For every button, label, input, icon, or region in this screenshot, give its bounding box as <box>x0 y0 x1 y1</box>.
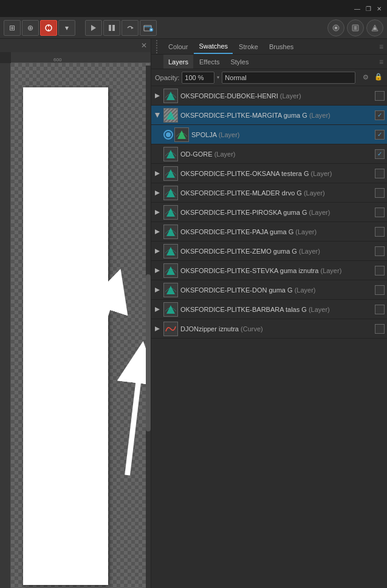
layers-settings-button[interactable]: ⚙ <box>360 72 371 83</box>
layer-visibility-layer3[interactable]: ✓ <box>375 130 385 140</box>
layer-thumbnail-layer5 <box>163 166 178 181</box>
layer-name-layer6: OKSFORDICE-PLITKE-MLADER drvo G (Layer) <box>178 189 375 197</box>
ruler-left <box>0 63 11 588</box>
layer-expand-layer4[interactable] <box>151 144 163 164</box>
layer-expand-layer11[interactable] <box>151 280 163 300</box>
toolbar-circle-btn-3[interactable] <box>366 19 383 36</box>
tabs-row1: Colour Swatches Stroke Brushes ≡ <box>151 39 387 55</box>
layer-expand-layer1[interactable] <box>151 86 163 106</box>
toolbar-action-1[interactable] <box>85 20 102 36</box>
layer-name-layer5: OKSFORDICE-PLITKE-OKSANA testera G (Laye… <box>178 170 375 177</box>
layer-expand-layer10[interactable] <box>151 261 163 280</box>
layer-row[interactable]: OD-GORE (Layer)✓ <box>151 144 387 164</box>
layer-thumbnail-layer8 <box>163 225 178 239</box>
layer-thumbnail-layer1 <box>163 89 178 103</box>
canvas-area[interactable]: 600 <box>0 52 151 588</box>
toolbar-action-2[interactable] <box>103 20 120 36</box>
layer-expand-layer12[interactable] <box>151 300 163 319</box>
layer-name-layer3: SPOLJA (Layer) <box>189 131 375 138</box>
tabs-row1-menu[interactable]: ≡ <box>375 42 387 51</box>
minimize-button[interactable]: — <box>352 3 363 14</box>
layer-thumbnail-layer7 <box>163 205 178 220</box>
layer-thumbnail-layer2 <box>163 108 178 123</box>
opacity-input[interactable] <box>182 72 214 84</box>
layer-row[interactable]: OKSFORDICE-PLITKE-OKSANA testera G (Laye… <box>151 164 387 183</box>
layers-list[interactable]: OKSFORDICE-DUBOKE-HENRI (Layer) OKSFORDI… <box>151 86 387 588</box>
layer-row[interactable]: OKSFORDICE-DUBOKE-HENRI (Layer) <box>151 86 387 106</box>
layer-row[interactable]: DJONzipper iznutra (Curve) <box>151 319 387 339</box>
canvas-content[interactable] <box>11 63 151 588</box>
layer-row[interactable]: SPOLJA (Layer)✓ <box>151 125 387 144</box>
toolbar-circle-btn-1[interactable] <box>327 19 344 36</box>
layer-visibility-layer10[interactable] <box>375 266 385 275</box>
layer-row[interactable]: OKSFORDICE-PLITKE-MLADER drvo G (Layer) <box>151 183 387 203</box>
layer-visibility-layer7[interactable] <box>375 208 385 217</box>
layer-visibility-layer11[interactable] <box>375 285 385 295</box>
layer-expand-layer3[interactable] <box>151 125 163 144</box>
layer-visibility-layer6[interactable] <box>375 188 385 198</box>
layers-lock-icon[interactable]: 🔒 <box>374 72 383 82</box>
toolbar-action-3[interactable] <box>122 20 139 36</box>
layer-expand-layer9[interactable] <box>151 242 163 261</box>
toolbar-tool-1[interactable]: ⊞ <box>4 20 21 36</box>
panel-gripper[interactable] <box>156 40 160 53</box>
layer-thumbnail-layer11 <box>163 283 178 297</box>
svg-marker-20 <box>155 210 160 215</box>
layer-row[interactable]: OKSFORDICE-PLITKE-BARBARA talas G (Layer… <box>151 300 387 319</box>
layer-row[interactable]: OKSFORDICE-PLITKE-MARGITA guma G (Layer)… <box>151 106 387 125</box>
svg-marker-18 <box>155 171 160 176</box>
svg-marker-17 <box>155 113 160 118</box>
tab-stroke[interactable]: Stroke <box>234 39 263 54</box>
layer-expand-layer2[interactable] <box>151 106 163 125</box>
canvas-panel-close[interactable]: ✕ <box>141 41 147 50</box>
layer-expand-layer13[interactable] <box>151 319 163 339</box>
layer-row[interactable]: OKSFORDICE-PLITKE-DON guma G (Layer) <box>151 280 387 300</box>
layer-expand-layer5[interactable] <box>151 164 163 183</box>
blend-mode-select[interactable]: Normal Multiply Screen Overlay <box>222 72 355 84</box>
svg-marker-6 <box>131 27 134 29</box>
layer-name-layer13: DJONzipper iznutra (Curve) <box>178 325 375 333</box>
layer-expand-layer6[interactable] <box>151 183 163 203</box>
svg-marker-21 <box>155 229 160 234</box>
canvas-scrollbar-thumb[interactable] <box>146 274 151 431</box>
layer-visibility-layer5[interactable] <box>375 169 385 178</box>
toolbar-action-4[interactable] <box>140 20 157 36</box>
tab-colour[interactable]: Colour <box>163 39 193 54</box>
toolbar-dropdown[interactable]: ▾ <box>58 20 75 36</box>
layer-play-indicator[interactable] <box>163 130 173 140</box>
layer-row[interactable]: OKSFORDICE-PLITKE-PIROSKA guma G (Layer) <box>151 203 387 222</box>
tab-swatches[interactable]: Swatches <box>194 39 233 54</box>
svg-line-15 <box>128 362 141 475</box>
close-button[interactable]: ✕ <box>374 3 385 14</box>
layer-visibility-layer4[interactable]: ✓ <box>375 149 385 159</box>
toolbar-circle-icon-3 <box>371 24 379 32</box>
toolbar-circle-icon-2 <box>351 24 360 32</box>
tab-layers[interactable]: Layers <box>163 55 193 69</box>
tab-effects[interactable]: Effects <box>194 55 224 69</box>
layer-visibility-layer1[interactable] <box>375 91 385 101</box>
canvas-scrollbar[interactable] <box>146 66 151 588</box>
layer-row[interactable]: OKSFORDICE-PLITKE-ZEMO guma G (Layer) <box>151 242 387 261</box>
tab-styles[interactable]: Styles <box>225 55 253 69</box>
layer-thumbnail-layer10 <box>163 263 178 278</box>
layer-visibility-layer9[interactable] <box>375 246 385 256</box>
layer-visibility-layer12[interactable] <box>375 305 385 314</box>
tabs-row2-menu[interactable]: ≡ <box>375 58 387 66</box>
layer-row[interactable]: OKSFORDICE-PLITKE-STEVKA guma iznutra (L… <box>151 261 387 280</box>
restore-button[interactable]: ❐ <box>363 3 374 14</box>
opacity-arrow[interactable]: ▾ <box>217 75 219 80</box>
layer-row[interactable]: OKSFORDICE-PLITKE-PAJA guma G (Layer) <box>151 222 387 242</box>
toolbar-tool-3-active[interactable] <box>40 20 57 36</box>
layer-expand-layer8[interactable] <box>151 222 163 242</box>
toolbar-circle-btn-2[interactable] <box>347 19 364 36</box>
toolbar-tool-2[interactable]: ⊕ <box>22 20 39 36</box>
layer-thumbnail-layer12 <box>163 302 178 317</box>
layer-thumbnail-layer6 <box>163 186 178 200</box>
layer-visibility-layer2[interactable]: ✓ <box>375 110 385 120</box>
layer-visibility-layer8[interactable] <box>375 227 385 237</box>
layer-visibility-layer13[interactable] <box>375 324 385 334</box>
layer-expand-layer7[interactable] <box>151 203 163 222</box>
svg-rect-5 <box>112 25 115 31</box>
tab-brushes[interactable]: Brushes <box>264 39 298 54</box>
layer-name-layer8: OKSFORDICE-PLITKE-PAJA guma G (Layer) <box>178 228 375 235</box>
